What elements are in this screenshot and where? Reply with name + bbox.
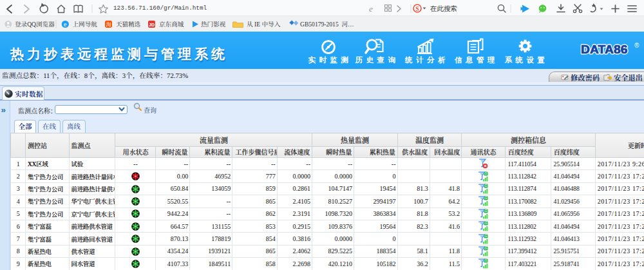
svg-text:淘: 淘 [106,21,111,28]
svg-text:G: G [485,259,488,263]
svg-text:e: e [64,21,67,28]
svg-text:G: G [485,184,488,188]
svg-text:JD: JD [149,23,155,27]
svg-text:e: e [369,4,373,14]
svg-text:G: G [485,171,488,175]
svg-text:G: G [485,246,488,250]
svg-text:S: S [415,6,419,12]
svg-text:DATA86: DATA86 [581,43,628,56]
svg-text:®: ® [634,42,639,49]
svg-text:G: G [485,234,488,238]
svg-text:G: G [485,197,488,200]
svg-text:G: G [485,209,488,213]
svg-text:G: G [485,222,488,226]
